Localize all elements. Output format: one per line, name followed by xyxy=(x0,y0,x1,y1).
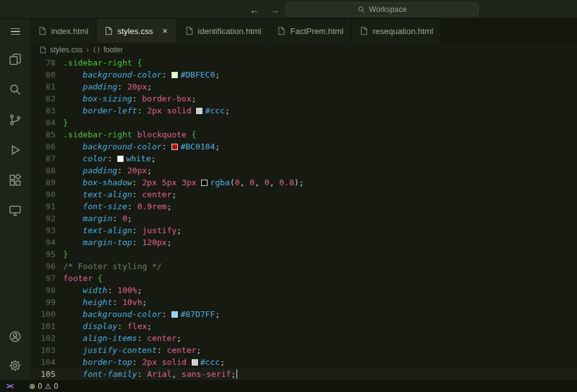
menu-icon xyxy=(11,26,20,37)
search-button[interactable] xyxy=(0,74,30,105)
code-token xyxy=(63,178,83,187)
code-token: text-align xyxy=(83,226,132,235)
code-line[interactable]: 98 width: 100%; xyxy=(30,284,577,296)
code-token xyxy=(63,285,83,295)
code-token: margin-top xyxy=(83,238,132,247)
source-control-button[interactable] xyxy=(0,105,30,135)
code-token: font-family xyxy=(83,369,137,379)
color-swatch[interactable] xyxy=(196,108,202,114)
code-line[interactable]: 89 box-shadow: 2px 5px 3px rgba(0, 0, 0,… xyxy=(30,176,577,188)
problems-button[interactable]: ⊗ 0 ⚠ 0 xyxy=(26,380,61,392)
code-line[interactable]: 90 text-align: center; xyxy=(30,188,577,200)
color-swatch[interactable] xyxy=(117,156,124,162)
code-line[interactable]: 104 border-top: 2px solid #ccc; xyxy=(30,356,577,368)
code-line[interactable]: 94 margin-top: 120px; xyxy=(30,236,577,248)
code-line[interactable]: 96/* Footer styling */ xyxy=(30,260,577,272)
explorer-button[interactable] xyxy=(0,44,30,74)
code-line-content: width: 100%; xyxy=(63,284,142,296)
forward-button[interactable]: → xyxy=(270,5,279,14)
tab-index-html[interactable]: index.html xyxy=(30,19,96,43)
code-line[interactable]: 87 color: white; xyxy=(30,153,577,164)
code-line[interactable]: 92 margin: 0; xyxy=(30,212,577,224)
code-token: : xyxy=(117,321,127,331)
git-branch-icon xyxy=(9,113,21,126)
code-token: 2px xyxy=(147,106,161,115)
remote-explorer-button[interactable] xyxy=(0,195,30,226)
code-token: 5px xyxy=(162,178,177,187)
breadcrumb-file[interactable]: styles.css xyxy=(50,45,83,54)
code-line[interactable]: 91 font-size: 0.9rem; xyxy=(30,200,577,212)
color-swatch[interactable] xyxy=(192,359,198,366)
code-line[interactable]: 95} xyxy=(30,248,577,260)
code-token xyxy=(63,166,83,175)
code-line[interactable]: 100 background-color: #87D7FF; xyxy=(30,308,577,320)
code-line-content: footer { xyxy=(63,272,103,284)
code-line[interactable]: 97footer { xyxy=(30,272,577,284)
errors-count: 0 xyxy=(38,382,42,391)
code-area[interactable]: 78.sidebar-right {80 background-color: #… xyxy=(30,57,577,380)
code-line[interactable]: 93 text-align: justify; xyxy=(30,224,577,236)
color-swatch[interactable] xyxy=(172,72,178,78)
code-token: ; xyxy=(220,357,225,367)
breadcrumb-symbol[interactable]: footer xyxy=(103,45,123,54)
search-icon xyxy=(9,83,21,96)
menu-button[interactable] xyxy=(0,19,30,44)
code-line[interactable]: 105 font-family: Arial, sans-serif; xyxy=(30,368,577,380)
back-button[interactable]: ← xyxy=(250,5,259,14)
code-line[interactable]: 83 border-left: 2px solid #ccc; xyxy=(30,105,577,117)
code-line[interactable]: 99 height: 10vh; xyxy=(30,296,577,308)
code-token xyxy=(63,345,83,355)
code-token: } xyxy=(63,118,68,127)
code-token: margin xyxy=(83,214,112,223)
code-token: solid xyxy=(162,357,187,367)
file-icon xyxy=(277,26,286,35)
color-swatch[interactable] xyxy=(201,180,207,186)
code-line[interactable]: 101 display: flex; xyxy=(30,320,577,332)
color-swatch[interactable] xyxy=(172,144,178,150)
code-token: rgba xyxy=(210,178,230,187)
account-button[interactable] xyxy=(0,322,30,351)
close-tab-button[interactable]: × xyxy=(161,26,169,35)
tab-styles-css[interactable]: styles.css × xyxy=(96,19,177,43)
code-line[interactable]: 81 padding: 20px; xyxy=(30,81,577,93)
code-token: : xyxy=(132,178,143,187)
code-line[interactable]: 86 background-color: #BC0104; xyxy=(30,141,577,153)
line-number: 95 xyxy=(30,248,55,260)
code-line[interactable]: 85.sidebar-right blockquote { xyxy=(30,129,577,141)
code-line-content: .sidebar-right blockquote { xyxy=(63,129,196,141)
remote-button[interactable]: >< xyxy=(0,380,19,392)
code-token: 20px xyxy=(127,166,147,175)
tab-factprem-html[interactable]: FactPrem.html xyxy=(269,19,352,43)
extensions-button[interactable] xyxy=(0,165,30,195)
code-line[interactable]: 103 justify-content: center; xyxy=(30,344,577,356)
code-line[interactable]: 80 background-color: #DBFEC0; xyxy=(30,69,577,81)
code-token: : xyxy=(157,345,167,355)
settings-button[interactable] xyxy=(0,351,30,380)
code-line-content: border-left: 2px solid #ccc; xyxy=(63,105,230,117)
code-token: : xyxy=(137,369,147,379)
code-line[interactable]: 102 align-items: center; xyxy=(30,332,577,344)
file-icon xyxy=(104,26,113,35)
tab-resequation-html[interactable]: resequation.html xyxy=(352,19,441,43)
code-line[interactable]: 78.sidebar-right { xyxy=(30,57,577,69)
code-token: #BC0104 xyxy=(180,142,215,151)
line-number: 91 xyxy=(30,200,55,212)
code-token: ; xyxy=(177,333,182,343)
code-token xyxy=(63,297,83,307)
code-token: : xyxy=(117,82,127,91)
code-line[interactable]: 84} xyxy=(30,117,577,129)
run-debug-button[interactable] xyxy=(0,135,30,165)
code-token: align-items xyxy=(83,333,137,343)
code-token: center xyxy=(147,333,177,343)
code-token: /* Footer styling */ xyxy=(63,262,162,271)
line-number: 101 xyxy=(30,320,55,332)
color-swatch[interactable] xyxy=(172,311,178,318)
workspace-search[interactable]: Workspace xyxy=(286,3,479,16)
code-token xyxy=(177,178,182,187)
code-line[interactable]: 88 padding: 20px; xyxy=(30,164,577,176)
code-token: ; xyxy=(215,142,220,151)
line-number: 86 xyxy=(30,141,55,153)
tab-identification-html[interactable]: identification.html xyxy=(177,19,269,43)
code-token: ; xyxy=(137,285,142,295)
code-line[interactable]: 82 box-sizing: border-box; xyxy=(30,93,577,105)
